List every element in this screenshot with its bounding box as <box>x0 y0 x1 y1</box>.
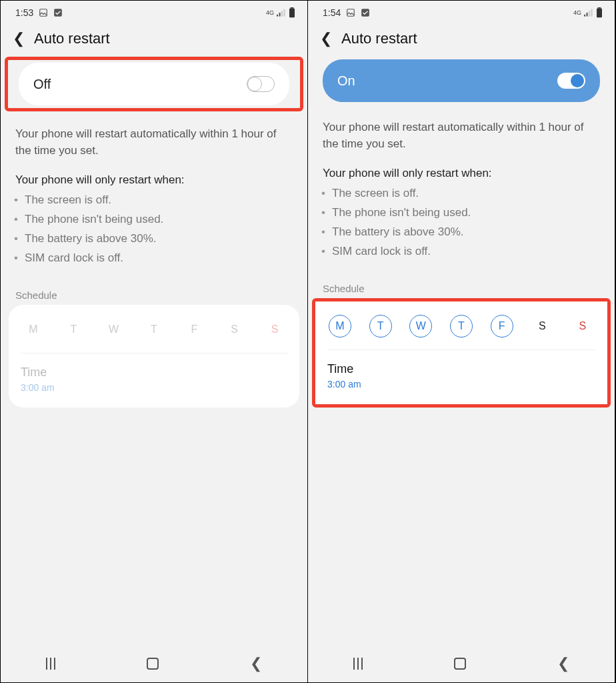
condition-item: The phone isn't being used. <box>25 210 293 229</box>
nav-back-button[interactable]: ❮ <box>557 655 569 672</box>
time-value: 3:00 am <box>327 379 595 390</box>
highlight-box-toggle: Off <box>5 57 303 111</box>
phone-screen-on-state: 1:54 4G ❮ Auto restart On Your phone <box>308 1 615 682</box>
time-value: 3:00 am <box>21 382 287 393</box>
battery-icon <box>289 7 295 18</box>
svg-rect-1 <box>54 9 62 17</box>
day-fri[interactable]: F <box>491 315 513 337</box>
network-label: 4G <box>266 9 274 16</box>
page-header: ❮ Auto restart <box>1 25 307 57</box>
time-picker-row[interactable]: Time 3:00 am <box>327 350 595 390</box>
page-title: Auto restart <box>34 30 110 47</box>
day-sun[interactable]: S <box>263 318 286 341</box>
signal-icon <box>277 9 286 17</box>
checkbox-icon <box>361 8 370 17</box>
svg-rect-14 <box>598 7 601 9</box>
gallery-icon <box>346 8 355 17</box>
day-mon[interactable]: M <box>329 315 351 337</box>
svg-rect-11 <box>587 13 588 17</box>
svg-rect-12 <box>589 11 590 16</box>
day-thu[interactable]: T <box>450 315 473 337</box>
condition-item: SIM card lock is off. <box>25 249 293 268</box>
network-label: 4G <box>573 9 581 16</box>
condition-item: The battery is above 30%. <box>332 223 600 242</box>
schedule-section-label: Schedule <box>308 261 615 298</box>
conditions-list: The screen is off. The phone isn't being… <box>1 191 307 268</box>
toggle-switch[interactable] <box>247 76 275 92</box>
signal-icon <box>584 9 593 17</box>
svg-rect-3 <box>279 13 281 17</box>
conditions-title: Your phone will only restart when: <box>308 152 615 184</box>
description-text: Your phone will restart automatically wi… <box>1 111 307 159</box>
schedule-card: M T W T F S S Time 3:00 am <box>315 301 607 404</box>
nav-recents-button[interactable] <box>46 658 55 670</box>
auto-restart-toggle-row[interactable]: On <box>323 59 600 102</box>
conditions-list: The screen is off. The phone isn't being… <box>308 184 615 261</box>
time-picker-row[interactable]: Time 3:00 am <box>21 354 287 393</box>
day-thu[interactable]: T <box>143 318 165 341</box>
condition-item: The battery is above 30%. <box>25 229 293 249</box>
day-mon[interactable]: M <box>22 318 45 341</box>
day-sat[interactable]: S <box>531 315 553 337</box>
auto-restart-toggle-row[interactable]: Off <box>19 63 289 105</box>
status-clock: 1:53 <box>15 7 33 18</box>
time-label: Time <box>327 362 595 376</box>
svg-rect-2 <box>277 15 278 17</box>
time-label: Time <box>21 366 287 380</box>
day-sun[interactable]: S <box>571 315 594 337</box>
day-tue[interactable]: T <box>62 318 85 341</box>
toggle-switch[interactable] <box>557 73 585 89</box>
nav-home-button[interactable] <box>147 658 159 670</box>
day-fri[interactable]: F <box>183 318 205 341</box>
back-icon[interactable]: ❮ <box>320 30 332 47</box>
svg-rect-10 <box>584 15 585 17</box>
day-picker: M T W T F S S <box>327 311 595 350</box>
svg-rect-0 <box>40 9 47 17</box>
condition-item: The phone isn't being used. <box>332 203 600 223</box>
system-nav-bar: ❮ <box>1 645 307 682</box>
day-picker: M T W T F S S <box>21 314 287 354</box>
nav-back-button[interactable]: ❮ <box>250 655 262 672</box>
checkbox-icon <box>53 8 63 17</box>
svg-rect-7 <box>289 9 295 18</box>
page-title: Auto restart <box>341 30 417 47</box>
nav-home-button[interactable] <box>454 658 466 670</box>
conditions-title: Your phone will only restart when: <box>1 159 307 191</box>
status-clock: 1:54 <box>323 7 341 18</box>
svg-rect-8 <box>347 9 355 17</box>
status-bar: 1:53 4G <box>1 1 307 25</box>
svg-rect-13 <box>591 9 593 16</box>
svg-rect-4 <box>281 11 283 16</box>
svg-rect-15 <box>597 9 602 18</box>
schedule-section-label: Schedule <box>1 268 307 305</box>
condition-item: The screen is off. <box>332 184 600 203</box>
gallery-icon <box>39 8 48 17</box>
description-text: Your phone will restart automatically wi… <box>308 105 615 152</box>
condition-item: The screen is off. <box>25 191 293 210</box>
schedule-card: M T W T F S S Time 3:00 am <box>9 305 299 408</box>
toggle-state-label: On <box>337 73 355 89</box>
page-header: ❮ Auto restart <box>308 25 615 57</box>
condition-item: SIM card lock is off. <box>332 242 600 261</box>
system-nav-bar: ❮ <box>308 645 615 682</box>
day-sat[interactable]: S <box>223 318 246 341</box>
back-icon[interactable]: ❮ <box>13 30 25 47</box>
day-wed[interactable]: W <box>103 318 125 341</box>
toggle-state-label: Off <box>33 77 51 92</box>
svg-rect-5 <box>284 9 285 16</box>
day-wed[interactable]: W <box>409 315 432 337</box>
phone-screen-off-state: 1:53 4G ❮ Auto restart Off Your phon <box>1 1 308 682</box>
svg-rect-9 <box>361 9 369 17</box>
highlight-box-schedule: M T W T F S S Time 3:00 am <box>312 298 611 408</box>
svg-rect-6 <box>291 7 294 9</box>
nav-recents-button[interactable] <box>353 658 363 670</box>
day-tue[interactable]: T <box>369 315 392 337</box>
battery-icon <box>596 7 603 18</box>
status-bar: 1:54 4G <box>308 1 615 25</box>
